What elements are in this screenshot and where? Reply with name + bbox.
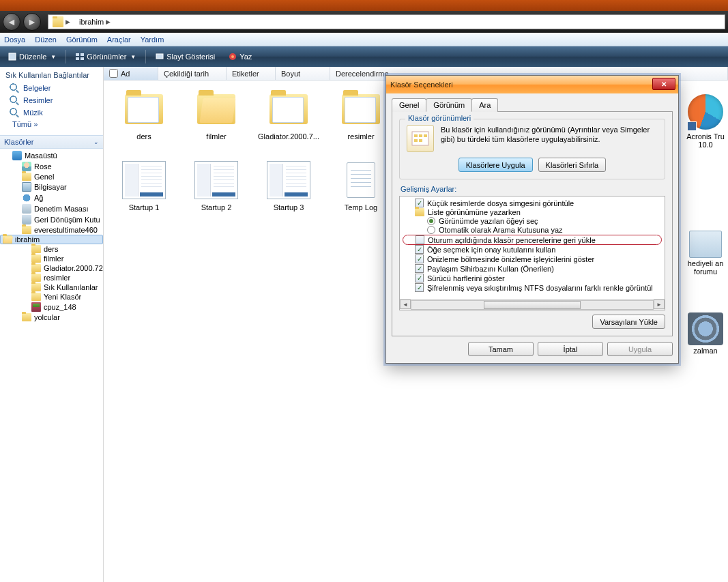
desktop-item-acronis[interactable]: Acronis Tru 10.0 <box>684 94 727 149</box>
menu-edit[interactable]: Düzen <box>35 35 57 44</box>
scroll-left-icon[interactable]: ◄ <box>400 300 411 309</box>
scroll-thumb[interactable] <box>484 301 581 309</box>
svg-rect-14 <box>424 134 427 137</box>
item-startup3[interactable]: Startup 3 <box>252 158 325 212</box>
reset-folders-button[interactable]: Klasörleri Sıfırla <box>538 158 607 172</box>
fav-documents[interactable]: Belgeler <box>0 82 103 94</box>
breadcrumb-root[interactable]: ▶ <box>48 15 75 29</box>
separator <box>65 50 66 63</box>
item-startup2[interactable]: Startup 2 <box>180 158 252 212</box>
item-filmler[interactable]: filmler <box>180 87 252 150</box>
tree-filmler[interactable]: filmler <box>0 254 103 263</box>
tab-view[interactable]: Görünüm <box>426 98 472 112</box>
dialog-title: Klasör Seçenekleri <box>390 81 453 89</box>
item-gladiator[interactable]: Gladiator.2000.7... <box>252 87 325 150</box>
menu-file[interactable]: Dosya <box>4 35 25 44</box>
cancel-button[interactable]: İptal <box>538 342 603 356</box>
burn-button[interactable]: Yaz <box>224 51 256 62</box>
item-ders[interactable]: ders <box>108 87 180 150</box>
ok-button[interactable]: Tamam <box>468 342 534 356</box>
scroll-track[interactable] <box>411 300 654 310</box>
screenshot-icon <box>194 161 238 199</box>
chevron-down-icon: ▼ <box>50 54 56 60</box>
network-icon <box>22 193 31 203</box>
adv-radio-select[interactable]: Görünümde yazılan öğeyi seç <box>403 217 662 226</box>
adv-ntfs[interactable]: ✓Şifrelenmiş veya sıkıştırılmış NTFS dos… <box>403 283 662 293</box>
slideshow-label: Slayt Gösterisi <box>166 53 215 61</box>
folder-icon <box>31 264 41 272</box>
folder-icon <box>125 94 163 124</box>
horizontal-scrollbar[interactable]: ◄ ► <box>400 299 665 310</box>
desktop-right-column: Acronis Tru 10.0 hediyeli an forumu zalm… <box>684 67 728 582</box>
col-size[interactable]: Boyut <box>276 67 330 80</box>
tab-search[interactable]: Ara <box>471 98 498 112</box>
advanced-settings-tree[interactable]: ✓Küçük resimlerde dosya simgesini görünt… <box>399 196 665 310</box>
tree-yeni[interactable]: Yeni Klasör <box>0 292 103 302</box>
tree-cpuz[interactable]: cpuz_148 <box>0 302 103 312</box>
tree-yolcular[interactable]: yolcular <box>0 312 103 322</box>
adv-radio-search[interactable]: Otomatik olarak Arama Kutusuna yaz <box>403 226 662 235</box>
fav-pictures[interactable]: Resimler <box>0 94 103 106</box>
adv-drive[interactable]: ✓Sürücü harflerini göster <box>403 274 662 283</box>
svg-rect-15 <box>414 139 418 142</box>
col-tags[interactable]: Etiketler <box>227 67 276 80</box>
views-button[interactable]: Görünümler ▼ <box>72 51 140 62</box>
apply-folders-button[interactable]: Klasörlere Uygula <box>458 158 533 172</box>
tree-recycle[interactable]: Geri Dönüşüm Kutu <box>0 214 103 225</box>
tree-gladiator[interactable]: Gladiator.2000.720 <box>0 263 103 273</box>
select-all-checkbox[interactable] <box>109 69 118 78</box>
svg-rect-11 <box>412 132 428 145</box>
folders-heading[interactable]: Klasörler ⌄ <box>0 135 103 149</box>
apply-button[interactable]: Uygula <box>607 342 673 356</box>
tree-computer[interactable]: Bilgisayar <box>0 181 103 192</box>
archive-icon <box>31 302 41 312</box>
slideshow-button[interactable]: Slayt Gösterisi <box>151 51 219 62</box>
music-icon <box>10 108 19 117</box>
tree-rose[interactable]: Rose <box>0 161 103 172</box>
col-name[interactable]: Ad <box>104 67 158 80</box>
tree-control[interactable]: Denetim Masası <box>0 203 103 214</box>
menu-help[interactable]: Yardım <box>141 35 164 44</box>
forward-button[interactable]: ► <box>23 13 41 31</box>
fav-music[interactable]: Müzik <box>0 106 103 119</box>
group-title: Klasör görünümleri <box>405 114 474 122</box>
radio-icon <box>427 226 435 234</box>
fav-more[interactable]: Tümü » <box>0 119 103 130</box>
tree-network[interactable]: Ağ <box>0 192 103 203</box>
col-date[interactable]: Çekildiği tarih <box>158 67 227 80</box>
chevron-right-icon: ▶ <box>106 18 111 25</box>
adv-thumb[interactable]: ✓Küçük resimlerde dosya simgesini görünt… <box>403 199 662 208</box>
tree-resimler[interactable]: resimler <box>0 273 103 282</box>
scroll-right-icon[interactable]: ► <box>654 300 665 309</box>
desktop-item-zalman[interactable]: zalman <box>684 312 727 355</box>
restore-defaults-button[interactable]: Varsayılanı Yükle <box>592 315 665 329</box>
item-startup1[interactable]: Startup 1 <box>108 158 180 212</box>
tree-desktop[interactable]: Masaüstü <box>0 150 103 161</box>
back-button[interactable]: ◄ <box>3 13 20 31</box>
close-button[interactable]: ✕ <box>652 78 675 90</box>
screenshot-icon <box>122 161 166 199</box>
breadcrumb-ibrahim[interactable]: ibrahim ▶ <box>75 15 115 29</box>
tree-ibrahim[interactable]: ibrahim <box>0 235 103 244</box>
desktop-item-gift[interactable]: hediyeli an forumu <box>684 231 727 276</box>
folder-views-icon <box>407 125 434 152</box>
tree-ders[interactable]: ders <box>0 244 103 254</box>
screenshot-icon <box>267 161 310 199</box>
breadcrumb[interactable]: ▶ ibrahim ▶ <box>48 14 725 29</box>
dialog-titlebar[interactable]: Klasör Seçenekleri ✕ <box>386 76 678 93</box>
tab-general[interactable]: Genel <box>392 98 426 112</box>
svg-rect-16 <box>419 139 422 142</box>
command-bar: Düzenle ▼ Görünümler ▼ Slayt Gösterisi Y… <box>0 46 728 67</box>
menu-view[interactable]: Görünüm <box>66 35 98 44</box>
tree-sik[interactable]: Sık Kullanılanlar <box>0 282 103 292</box>
organize-button[interactable]: Düzenle ▼ <box>4 51 60 62</box>
menu-tools[interactable]: Araçlar <box>107 35 131 44</box>
tree-public[interactable]: Genel <box>0 172 103 181</box>
adv-checkboxes[interactable]: ✓Öğe seçmek için onay kutularını kullan <box>403 245 662 254</box>
adv-sharing[interactable]: ✓Paylaşım Sihirbazını Kullan (Önerilen) <box>403 264 662 274</box>
tree-everest[interactable]: everestultimate460 <box>0 225 103 235</box>
adv-restore-windows[interactable]: Oturum açıldığında klasör pencerelerine … <box>403 235 662 245</box>
desktop-icon <box>12 151 22 160</box>
adv-preview[interactable]: ✓Önizleme bölmesinde önizleme işleyicile… <box>403 254 662 264</box>
folder-icon <box>197 94 235 124</box>
